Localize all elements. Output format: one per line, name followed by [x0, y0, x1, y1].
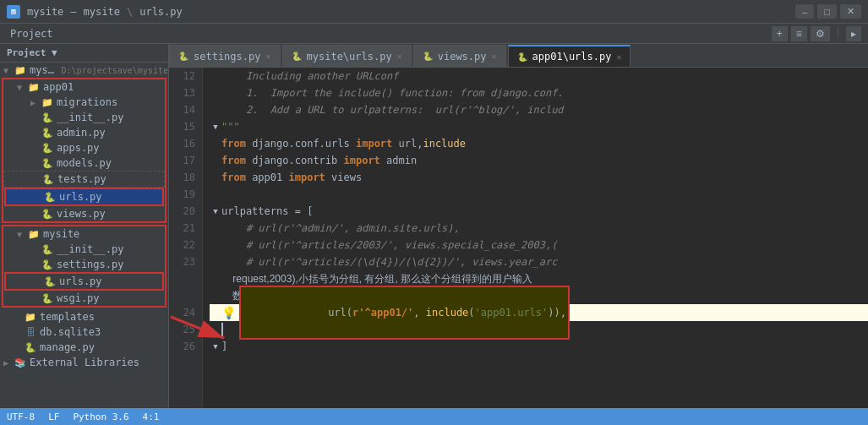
line-num-18: 18 [169, 169, 195, 186]
sidebar-item-migrations[interactable]: ▶ 📁 migrations [3, 95, 165, 110]
code-line-18: from app01 import views [210, 169, 868, 186]
tab-label: views.py [438, 51, 487, 63]
code-line-13: 1. Import the include() function: from d… [210, 84, 868, 101]
settings-button[interactable]: ⚙ [811, 26, 830, 41]
sidebar-item-views-app01[interactable]: 🐍 views.py [3, 206, 165, 221]
line-num-20: 20 [169, 203, 195, 220]
sidebar-item-tests[interactable]: 🐍 tests.py [3, 171, 165, 188]
sidebar-item-manage[interactable]: 🐍 manage.py [0, 340, 168, 355]
code-line-21: # url(r'^admin/', admin.site.urls), [210, 220, 868, 237]
ext-libs-icon: 📚 [14, 356, 27, 369]
tab-app01-urls-py[interactable]: 🐍 app01\urls.py ✕ [508, 45, 631, 67]
line-num-25: 25 [169, 321, 195, 338]
main-layout: Project ▼ ▼ 📁 mysite D:\projectsave\mysi… [0, 44, 868, 408]
line-num-13: 13 [169, 84, 195, 101]
menu-button[interactable]: ≡ [791, 26, 807, 41]
folder-icon: 📁 [24, 310, 37, 324]
db-icon: 🗄 [24, 325, 37, 339]
tab-close-mysite-urls[interactable]: ✕ [397, 52, 402, 61]
sidebar-item-apps[interactable]: 🐍 apps.py [3, 140, 165, 155]
fold-arrow-26[interactable]: ▼ [210, 338, 221, 355]
sidebar-item-mysite-sub[interactable]: ▼ 📁 mysite [3, 226, 165, 242]
tab-close-app01-urls[interactable]: ✕ [616, 52, 621, 62]
py-icon: 🐍 [41, 207, 54, 221]
sidebar-label: __init__.py [57, 243, 123, 255]
line-num-23: 23 [169, 253, 195, 270]
sidebar-label: db.sqlite3 [40, 326, 101, 338]
maximize-button[interactable]: □ [817, 4, 837, 19]
code-line-annotation-1: request,2003),小括号为分组, 有分组, 那么这个分组得到的用户输入 [210, 270, 868, 287]
tab-mysite-urls-py[interactable]: 🐍 mysite\urls.py ✕ [282, 45, 412, 67]
line-num-14: 14 [169, 101, 195, 118]
file-name: urls.py [139, 6, 183, 18]
code-editor[interactable]: 12 13 14 15 16 17 18 19 20 21 22 23 24 2… [169, 68, 868, 408]
py-icon: 🐍 [43, 190, 57, 204]
sidebar-label: settings.py [57, 259, 123, 270]
line-num-26: 26 [169, 338, 195, 355]
add-button[interactable]: + [772, 26, 788, 41]
code-line-24: 💡 url(r'^app01/', include('app01.urls'))… [210, 304, 868, 321]
fold-arrow-15[interactable]: ▼ [210, 118, 221, 135]
sidebar-item-init-app01[interactable]: 🐍 __init__.py [3, 110, 165, 125]
sidebar-label: migrations [57, 96, 117, 108]
sidebar-label: wsgi.py [57, 292, 100, 304]
sidebar-label: urls.py [59, 191, 102, 203]
urls-mysite-red-box: 🐍 urls.py [4, 272, 164, 291]
sidebar-item-app01[interactable]: ▼ 📁 app01 [3, 79, 165, 95]
py-icon: 🐍 [43, 275, 57, 288]
tab-settings-py[interactable]: 🐍 settings.py ✕ [169, 45, 281, 67]
editor-area: 🐍 settings.py ✕ 🐍 mysite\urls.py ✕ 🐍 vie… [169, 44, 868, 408]
fold-arrow-20[interactable]: ▼ [210, 203, 221, 220]
tab-close-settings[interactable]: ✕ [265, 52, 270, 61]
menu-project[interactable]: Project [3, 24, 60, 43]
arrow-icon: ▼ [3, 66, 14, 75]
code-line-23: # url(r'^articles/(\d{4})/(\d{2})/', vie… [210, 253, 868, 270]
tab-close-views[interactable]: ✕ [492, 52, 497, 61]
sidebar-item-templates[interactable]: 📁 templates [0, 309, 168, 324]
close-button[interactable]: ✕ [840, 4, 861, 19]
urls-app01-red-box: 🐍 urls.py [4, 188, 164, 206]
line-num-23b [169, 270, 195, 287]
sidebar-item-mysite-root[interactable]: ▼ 📁 mysite D:\projectsave\mysite [0, 63, 168, 78]
sidebar-item-admin[interactable]: 🐍 admin.py [3, 125, 165, 140]
line-num-23c [169, 287, 195, 304]
sidebar-item-init-mysite[interactable]: 🐍 __init__.py [3, 242, 165, 257]
app-name: mysite [27, 6, 63, 18]
sidebar-label: mysite [30, 64, 58, 76]
sidebar-label: admin.py [57, 127, 106, 139]
py-icon: 🐍 [41, 141, 54, 155]
tab-views-py[interactable]: 🐍 views.py ✕ [413, 45, 506, 67]
arrow-icon: ▼ [17, 230, 27, 239]
sidebar-label: __init__.py [57, 112, 123, 123]
sidebar-label: app01 [43, 81, 74, 93]
line-num-15: 15 [169, 118, 195, 135]
line-num-19: 19 [169, 186, 195, 203]
code-line-16: from django.conf.urls import url,include [210, 135, 868, 152]
sidebar-item-external-libs[interactable]: ▶ 📚 External Libraries [0, 355, 168, 370]
sidebar-item-settings-mysite[interactable]: 🐍 settings.py [3, 257, 165, 272]
sidebar-item-db[interactable]: 🗄 db.sqlite3 [0, 324, 168, 340]
code-line-22: # url(r'^articles/2003/', views.special_… [210, 237, 868, 253]
tab-label: settings.py [194, 51, 260, 63]
sidebar-item-models[interactable]: 🐍 models.py [3, 155, 165, 171]
code-content[interactable]: Including another URLconf 1. Import the … [203, 68, 868, 408]
folder-icon: 📁 [27, 80, 41, 94]
py-icon: 🐍 [41, 156, 54, 170]
arrow-icon: ▶ [3, 358, 14, 368]
folder-icon: 📁 [14, 63, 27, 77]
minimize-button[interactable]: – [795, 4, 814, 19]
arrow-icon: ▶ [30, 98, 41, 107]
sidebar-item-urls-mysite[interactable]: 🐍 urls.py [6, 274, 162, 289]
sidebar-label: mysite [43, 228, 79, 240]
py-icon: 🐍 [41, 258, 54, 271]
sidebar-label: tests.py [57, 173, 106, 185]
status-cursor-position: 4:1 [143, 411, 160, 422]
arrow-icon: ▼ [17, 83, 27, 92]
sidebar-item-urls-app01[interactable]: 🐍 urls.py [6, 189, 162, 204]
sidebar-tree[interactable]: ▼ 📁 mysite D:\projectsave\mysite ▼ 📁 app… [0, 63, 168, 408]
sidebar-item-wsgi[interactable]: 🐍 wsgi.py [3, 291, 165, 306]
sidebar-label: External Libraries [30, 357, 139, 368]
extra-button[interactable]: ▸ [846, 26, 861, 41]
code-line-25 [210, 321, 868, 338]
status-encoding: UTF-8 [7, 411, 35, 422]
